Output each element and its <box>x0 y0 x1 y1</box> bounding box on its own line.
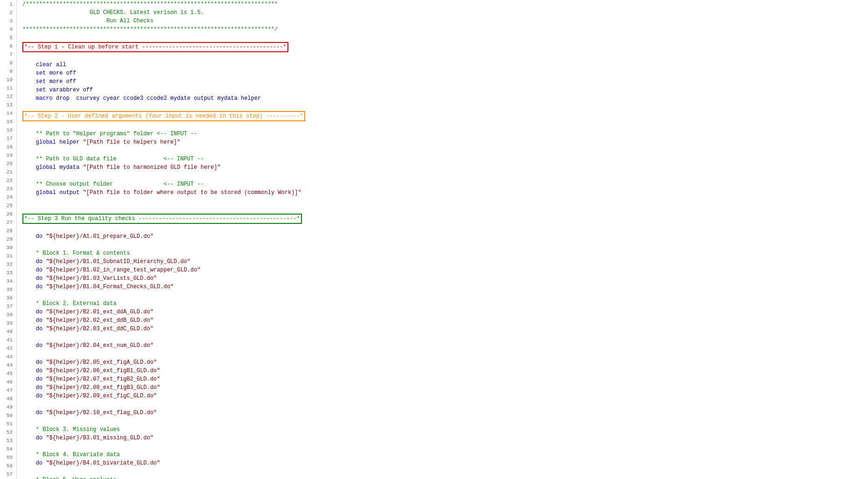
code-line-38: * Block 2. External data <box>21 299 868 308</box>
line-number-57: 57 <box>4 470 13 479</box>
code-line-9 <box>21 52 868 61</box>
code-line-34: do "${helper}/B1.02_in_range_test_wrappe… <box>21 266 868 274</box>
code-line-55 <box>21 442 868 451</box>
code-line-11: set more off <box>21 69 868 77</box>
code-line-22: global mydata "[Path file to harmonized … <box>21 163 868 172</box>
line-number-7: 7 <box>4 50 13 59</box>
line-number-26: 26 <box>4 210 13 218</box>
line-number-39: 39 <box>4 319 13 327</box>
line-number-36: 36 <box>4 294 13 302</box>
code-line-49: do "${helper}/B2.09_ext_figC_GLD.do" <box>21 392 868 400</box>
line-number-35: 35 <box>4 285 13 294</box>
line-number-14: 14 <box>4 109 13 118</box>
code-line-3: GLD CHECKS. Latest verison is 1.5. <box>21 8 868 17</box>
code-line-7 <box>21 34 868 42</box>
line-number-40: 40 <box>4 327 13 336</box>
code-line-32: * Block 1. Format & contents <box>21 249 868 257</box>
line-number-29: 29 <box>4 235 13 243</box>
code-line-45: do "${helper}/B2.05_ext_figA_GLD.do" <box>21 358 868 367</box>
code-line-4: Run All Checks <box>21 17 868 25</box>
code-line-46: do "${helper}/B2.06_ext_figB1_GLD.do" <box>21 367 868 375</box>
line-number-11: 11 <box>4 84 13 92</box>
code-line-44 <box>21 350 868 358</box>
code-line-31 <box>21 241 868 249</box>
line-number-53: 53 <box>4 437 13 445</box>
code-line-59: * Block 5. Wage analysis <box>21 476 868 479</box>
code-line-25: global output "[Path file to folder wher… <box>21 188 868 197</box>
line-number-51: 51 <box>4 420 13 428</box>
line-number-1: 1 <box>4 0 13 8</box>
line-number-31: 31 <box>4 252 13 260</box>
line-number-28: 28 <box>4 227 13 235</box>
line-number-23: 23 <box>4 185 13 193</box>
code-line-54: do "${helper}/B3.01_missing_GLD.do" <box>21 434 868 442</box>
code-line-37 <box>21 291 868 299</box>
line-number-18: 18 <box>4 143 13 151</box>
line-number-25: 25 <box>4 201 13 210</box>
code-line-15 <box>21 103 868 111</box>
editor-container: 1234567891011121314151617181920212223242… <box>0 0 868 479</box>
line-number-12: 12 <box>4 92 13 101</box>
step1-label: *-- Step 1 - Clean up before start -----… <box>22 42 288 52</box>
code-line-20 <box>21 146 868 155</box>
line-number-15: 15 <box>4 118 13 126</box>
line-number-6: 6 <box>4 42 13 50</box>
code-area[interactable]: /***************************************… <box>17 0 868 479</box>
code-line-41: do "${helper}/B2.03_ext_ddC_GLD.do" <box>21 325 868 333</box>
line-number-20: 20 <box>4 160 13 168</box>
line-number-2: 2 <box>4 8 13 17</box>
line-number-17: 17 <box>4 134 13 143</box>
line-number-24: 24 <box>4 193 13 201</box>
line-number-21: 21 <box>4 168 13 176</box>
code-line-58 <box>21 467 868 476</box>
code-line-16: *-- Step 2 - User defined arguments (You… <box>21 111 868 121</box>
step2-label: *-- Step 2 - User defined arguments (You… <box>22 111 305 121</box>
code-line-52 <box>21 417 868 425</box>
line-number-42: 42 <box>4 344 13 353</box>
code-line-6: ****************************************… <box>21 25 868 34</box>
code-line-56: * Block 4. Bivariate data <box>21 451 868 459</box>
line-number-10: 10 <box>4 76 13 84</box>
code-line-18: ** Path to "Helper programs" folder <-- … <box>21 130 868 138</box>
line-number-54: 54 <box>4 445 13 453</box>
line-number-41: 41 <box>4 336 13 344</box>
line-number-3: 3 <box>4 17 13 25</box>
line-number-13: 13 <box>4 101 13 109</box>
line-number-44: 44 <box>4 361 13 369</box>
code-line-23 <box>21 172 868 180</box>
code-line-19: global helper "[Path file to helpers her… <box>21 138 868 146</box>
line-number-32: 32 <box>4 260 13 269</box>
code-line-48: do "${helper}/B2.08_ext_figB3_GLD.do" <box>21 383 868 392</box>
line-number-27: 27 <box>4 218 13 227</box>
line-number-46: 46 <box>4 378 13 386</box>
code-line-42 <box>21 333 868 341</box>
line-number-37: 37 <box>4 302 13 311</box>
code-line-51: do "${helper}/B2.10_ext_flag_GLD.do" <box>21 409 868 417</box>
code-line-29 <box>21 224 868 232</box>
code-line-13: set varabbrev off <box>21 86 868 94</box>
line-number-4: 4 <box>4 25 13 34</box>
code-line-17 <box>21 121 868 130</box>
step3-label: *-- Step 3 Run the quality checks ------… <box>22 214 302 224</box>
line-number-33: 33 <box>4 269 13 277</box>
code-line-10: clear all <box>21 61 868 69</box>
code-line-24: ** Choose output folder <-- INPUT -- <box>21 180 868 188</box>
line-number-55: 55 <box>4 453 13 462</box>
code-line-8: *-- Step 1 - Clean up before start -----… <box>21 42 868 52</box>
line-number-38: 38 <box>4 311 13 319</box>
code-line-36: do "${helper}/B1.04_Format_Checks_GLD.do… <box>21 283 868 291</box>
line-number-50: 50 <box>4 411 13 420</box>
code-line-28: *-- Step 3 Run the quality checks ------… <box>21 214 868 224</box>
code-line-33: do "${helper}/B1.01_SubnatID_Hierarchy_G… <box>21 257 868 266</box>
line-number-5: 5 <box>4 34 13 42</box>
line-number-49: 49 <box>4 403 13 411</box>
line-number-9: 9 <box>4 67 13 76</box>
code-line-27 <box>21 205 868 214</box>
line-number-48: 48 <box>4 395 13 403</box>
code-line-12: set more off <box>21 77 868 86</box>
code-line-40: do "${helper}/B2.02_ext_ddB_GLD.do" <box>21 316 868 325</box>
code-line-50 <box>21 400 868 409</box>
line-number-52: 52 <box>4 428 13 437</box>
line-number-30: 30 <box>4 243 13 252</box>
code-line-21: ** Path to GLD data file <-- INPUT -- <box>21 155 868 163</box>
